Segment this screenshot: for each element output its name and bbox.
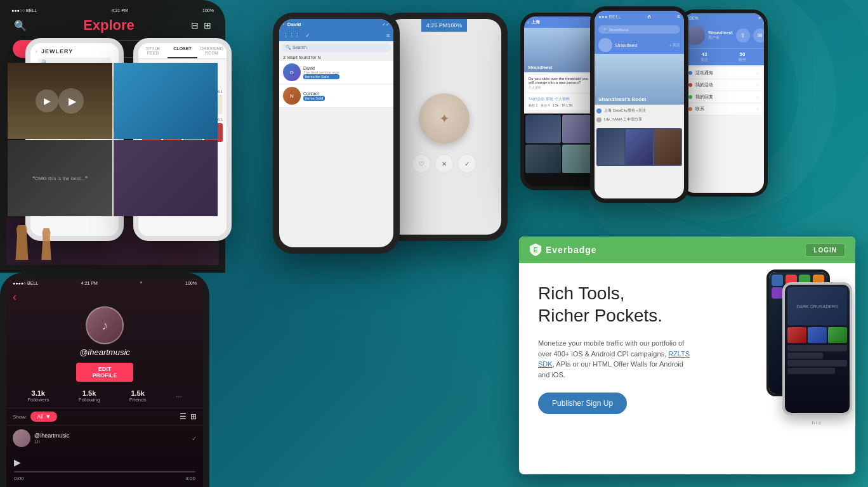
social2-icons[interactable]: ≡ — [677, 14, 680, 20]
music-grid-view-icon[interactable]: ⊞ — [190, 412, 197, 421]
menu-icon-3[interactable]: ≡ — [386, 32, 390, 39]
music-time: 4:21 PM — [81, 281, 98, 286]
music-play-icon[interactable]: ▶ — [14, 457, 21, 467]
music-statusbar: ●●●●○ BELL 4:21 PM ⁸ 100% — [6, 279, 203, 288]
messages-search-bar[interactable]: 🔍 Search — [282, 43, 391, 52]
music-following-label: Following — [79, 397, 100, 403]
music-all-label: All — [37, 413, 43, 420]
spinner-btn-2[interactable]: ✕ — [435, 154, 454, 173]
social3-share-btn[interactable]: ⇪ — [736, 29, 750, 42]
explore-quote-item[interactable]: ❝OMG this is the best...❞ — [8, 140, 112, 216]
explore-topbar: 🔍 Explore ⊟ ⊞ — [6, 15, 219, 36]
social3-menu-label-1: 活动通知 — [695, 70, 713, 76]
messages-back-btn[interactable]: ‹ — [283, 22, 285, 27]
social3-arrow-3: › — [756, 94, 758, 100]
music-play-controls: ▶ — [14, 457, 195, 467]
music-all-btn[interactable]: All ▼ — [30, 412, 57, 422]
social2-follow[interactable]: + 关注 — [669, 42, 680, 48]
music-show-bar: Show: All ▼ ☰ ⊞ — [6, 408, 203, 425]
tab-style-feed[interactable]: STYLE FEED — [138, 43, 168, 58]
music-username: @iheartmusic — [6, 344, 203, 360]
play-button[interactable]: ▶ — [58, 88, 84, 114]
social3-arrow-1: › — [756, 70, 758, 76]
music-edit-profile-btn[interactable]: EDIT PROFILE — [76, 363, 133, 382]
everbadge-shield-container: E — [529, 243, 542, 257]
spinner-btn-3[interactable]: ✓ — [457, 154, 477, 173]
social2-img-1 — [598, 129, 624, 165]
social3-menu-item-1[interactable]: 活动通知 › — [685, 67, 762, 79]
social2-topbar: ●●● BELL ñ ≡ — [595, 11, 684, 23]
social3-chat-btn[interactable]: ✉ — [753, 29, 764, 42]
explore-grid-item-4[interactable] — [114, 140, 218, 216]
music-progress-times: 0:00 3:00 — [14, 476, 195, 481]
eb-app-icon-1 — [772, 275, 783, 286]
message-list-item[interactable]: D David The best service ever Items for … — [279, 61, 393, 84]
message-contact-name-2: Contact — [303, 91, 325, 96]
everbadge-login-btn[interactable]: LOGIN — [805, 244, 845, 257]
music-post-username: @iheartmusic — [34, 432, 69, 439]
menu-icon-2[interactable]: ✓ — [305, 32, 310, 39]
social3-arrow-2: › — [756, 82, 758, 88]
music-battery: 100% — [185, 281, 197, 286]
spinner-btn-1[interactable]: ♡ — [412, 154, 431, 173]
explore-search-icon[interactable]: 🔍 — [14, 20, 27, 32]
social3-stat-label-2: 粉丝 — [739, 57, 746, 63]
social3-menu-item-2[interactable]: 我的活动 › — [685, 79, 762, 91]
shield-icon: E — [529, 243, 542, 257]
explore-carrier: ●●●○○ BELL — [11, 8, 37, 13]
social3-menu-item-3[interactable]: 我的回复 › — [685, 91, 762, 103]
social2-location: 上海 DataCity股份 +关注 — [604, 108, 646, 114]
everbadge-content: Rich Tools,Richer Pockets. Monetize your… — [519, 263, 716, 474]
music-back-btn[interactable]: ‹ — [6, 288, 203, 306]
social1-grid-item — [525, 145, 561, 173]
tab-closet[interactable]: CLOSET — [168, 43, 197, 58]
music-followers-label: Followers — [27, 397, 49, 403]
social2-title: ñ — [648, 14, 651, 20]
explore-time: 4:21 PM — [112, 8, 128, 13]
social3-menu-label-4: 联系 — [695, 106, 704, 112]
messages-title: David — [287, 22, 379, 27]
music-list-view-icon[interactable]: ☰ — [180, 412, 187, 421]
phone-social-3: 1:00% ≡ Strandfeest 用户名 ⇪ ✉ ⊕ 43 关注 50 粉… — [679, 10, 768, 197]
music-current-time: 0:00 — [14, 476, 24, 481]
social1-topbar: ‹ 上海 ⋮ — [524, 16, 599, 28]
social3-stat-2: 50 粉丝 — [739, 51, 746, 63]
spinner-circle — [419, 93, 470, 144]
social2-image-grid — [596, 128, 682, 166]
music-stats-more[interactable]: ··· — [176, 392, 182, 401]
social2-img-2 — [626, 129, 652, 165]
explore-guitar-video[interactable]: ▶ — [8, 63, 112, 139]
list-view-icon[interactable]: ⊞ — [204, 20, 211, 30]
music-progress-bar[interactable] — [14, 471, 195, 472]
social2-search[interactable]: 🔍 Strandfeest — [598, 25, 680, 34]
social2-search-area: 🔍 Strandfeest — [595, 23, 684, 36]
user-icon — [596, 117, 602, 122]
social1-grid-item — [525, 115, 561, 143]
social3-name: Strandfeest — [708, 30, 733, 35]
social2-user-row: Lily_YAMA 上中国分享 — [596, 115, 682, 124]
explore-skate-item[interactable] — [114, 63, 218, 139]
social2-location-row: 上海 DataCity股份 +关注 — [596, 107, 682, 115]
social1-profile-name: Strandfeest — [528, 65, 553, 70]
rzlts-link[interactable]: RZLTS SDK — [538, 350, 690, 368]
social1-back[interactable]: ‹ — [527, 20, 529, 25]
social3-menu-item-4[interactable]: 联系 › — [685, 103, 762, 115]
social2-sub-search: Strandfeest + 关注 — [595, 36, 684, 54]
everbadge-signup-btn[interactable]: Publisher Sign Up — [538, 393, 627, 414]
social1-title: 上海 — [531, 19, 589, 25]
social3-menu-label-3: 我的回复 — [695, 94, 713, 100]
tab-dressing-room[interactable]: DRESSING ROOM — [197, 43, 227, 58]
explore-view-icons: ⊟ ⊞ — [191, 20, 211, 30]
menu-icon[interactable]: ⋮⋮⋮ — [283, 32, 300, 39]
social2-status: ●●● BELL — [598, 14, 621, 20]
everbadge-body: Rich Tools,Richer Pockets. Monetize your… — [519, 263, 855, 474]
social3-arrow-4: › — [756, 107, 758, 112]
phone-messages: ‹ David ✓✓ ⋮⋮⋮ ✓ ≡ 🔍 Search 2 result fou… — [273, 13, 400, 254]
social3-dot-4 — [688, 107, 692, 111]
social1-card-meta: 个人资料 — [529, 86, 595, 89]
eb-front-row-2 — [787, 353, 823, 359]
grid-view-icon[interactable]: ⊟ — [191, 20, 199, 30]
everbadge-phones-area: DARK CRUSADERS htc — [716, 263, 855, 474]
music-show-label: Show: — [13, 414, 27, 420]
message-list-item-2[interactable]: N Contact Items Sold — [279, 84, 393, 108]
